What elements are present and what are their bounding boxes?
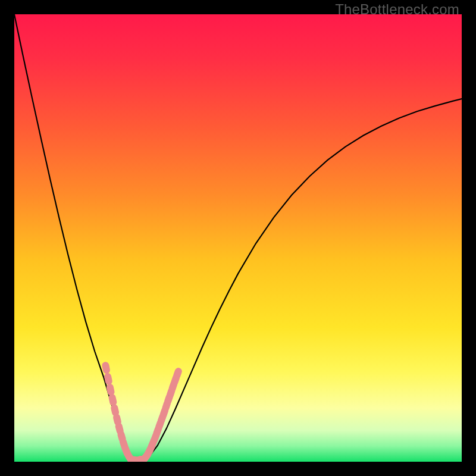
chart-frame (14, 14, 462, 462)
bottleneck-chart (14, 14, 462, 462)
gradient-background (14, 14, 462, 462)
curve-marker (136, 456, 147, 462)
